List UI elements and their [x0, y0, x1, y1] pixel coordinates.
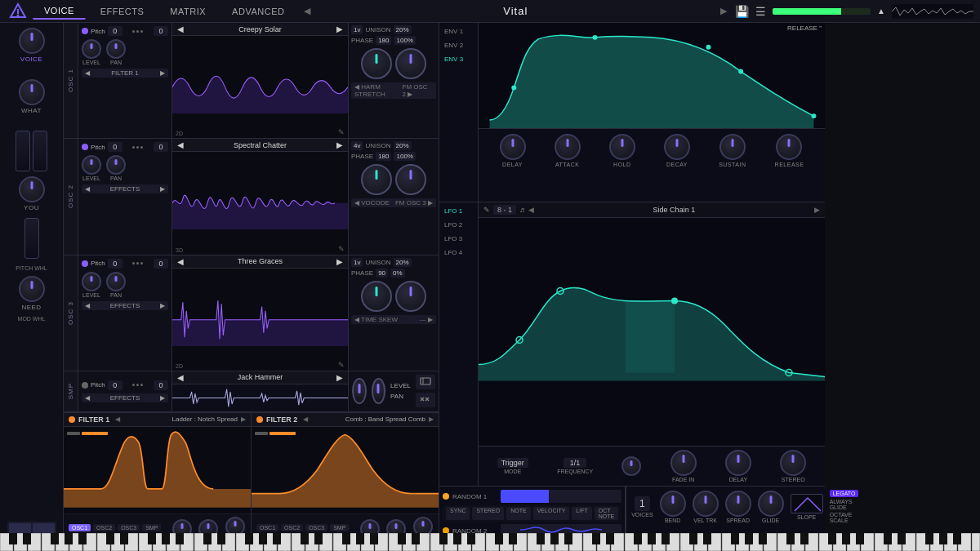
smp-pitch-left[interactable]: 0	[108, 380, 122, 390]
osc1-unison-pct[interactable]: 20%	[394, 25, 412, 34]
lfo-fade-knob[interactable]	[670, 450, 697, 476]
osc1-phase-knob[interactable]	[395, 48, 426, 79]
osc3-filter-bar[interactable]: ◀ EFFECTS ▶	[82, 301, 168, 310]
filter2-src-osc2[interactable]: OSC2	[281, 524, 303, 531]
lfo-pencil-icon[interactable]: ✎	[483, 206, 490, 214]
osc3-phase-pct[interactable]: 0%	[390, 269, 405, 278]
filter1-dot[interactable]	[69, 416, 75, 423]
filter2-dot[interactable]	[256, 416, 263, 423]
smp-shuffle-btn[interactable]	[416, 393, 435, 407]
osc3-unison-val[interactable]: 1v	[351, 258, 363, 267]
glide-knob[interactable]	[758, 491, 784, 517]
macro-you-knob[interactable]	[19, 176, 45, 202]
env-sustain-knob[interactable]	[719, 134, 746, 160]
rand-tab-note[interactable]: NOTE	[506, 507, 530, 520]
osc3-level-knob[interactable]	[82, 272, 101, 291]
osc3-nav-r[interactable]: ▶	[336, 257, 343, 266]
filter2-src-smp[interactable]: SMP	[330, 524, 349, 531]
lfo1-label[interactable]: LFO 1	[441, 206, 476, 216]
piano-keys[interactable]	[0, 533, 980, 551]
osc2-wave-edit[interactable]: ✎	[338, 245, 345, 253]
rand-tab-stereo[interactable]: STEREO	[472, 507, 504, 520]
env3-label[interactable]: ENV 3	[441, 54, 476, 64]
osc1-phase-val[interactable]: 180	[376, 36, 391, 45]
menu-icon[interactable]: ☰	[755, 5, 766, 18]
octave-scale-label[interactable]: OCTAVE SCALE	[830, 512, 859, 523]
osc1-level-knob[interactable]	[82, 39, 101, 59]
osc2-pan-knob[interactable]	[106, 155, 126, 175]
macro-need-knob[interactable]	[19, 276, 45, 302]
osc2-phase-knob[interactable]	[395, 164, 426, 195]
env2-label[interactable]: ENV 2	[441, 40, 476, 51]
filter1-src-osc2[interactable]: OSC2	[93, 524, 115, 531]
env-delay-knob[interactable]	[500, 134, 526, 160]
tab-matrix[interactable]: MATRIX	[158, 4, 217, 19]
osc1-nav-r[interactable]: ▶	[336, 24, 343, 33]
osc2-active-dot[interactable]	[82, 144, 88, 150]
lfo-grid-val[interactable]: 8 - 1	[493, 205, 516, 215]
nav-left-arrow[interactable]: ◀	[299, 6, 315, 16]
filter1-src-osc3[interactable]: OSC3	[118, 524, 140, 531]
rand-tab-lift[interactable]: LIFT	[572, 507, 591, 520]
osc2-unison-pct[interactable]: 20%	[394, 141, 412, 150]
rand-tab-oct[interactable]: OCT NOTE	[595, 507, 618, 520]
lfo-stereo-knob[interactable]	[780, 450, 806, 476]
env-attack-knob[interactable]	[555, 134, 581, 160]
filter1-src-smp[interactable]: SMP	[142, 524, 161, 531]
osc3-nav-l[interactable]: ◀	[177, 257, 184, 266]
spread-knob[interactable]	[725, 491, 751, 517]
smp-loop-btn[interactable]	[416, 375, 435, 389]
smp-pan-knob[interactable]	[372, 378, 386, 404]
osc3-unison-pct[interactable]: 20%	[394, 258, 412, 267]
nav-right-arrow[interactable]: ▶	[715, 6, 732, 16]
lfo-note-knob[interactable]	[621, 456, 641, 476]
rand-tab-velocity[interactable]: VELOCITY	[533, 507, 570, 520]
filter2-src-osc3[interactable]: OSC3	[305, 524, 327, 531]
osc1-nav-l[interactable]: ◀	[177, 24, 184, 33]
env-decay-knob[interactable]	[664, 134, 690, 160]
tab-advanced[interactable]: ADVANCED	[220, 4, 296, 19]
lfo-arrow-r[interactable]: ▶	[814, 206, 820, 214]
osc3-main-knob[interactable]	[361, 281, 392, 312]
veltrk-knob[interactable]	[693, 491, 719, 517]
osc3-phase-val[interactable]: 90	[376, 269, 388, 278]
lfo-delay-knob[interactable]	[725, 450, 751, 476]
osc2-phase-val[interactable]: 180	[376, 152, 391, 161]
osc1-main-knob[interactable]	[361, 48, 392, 79]
lfo-note-icon[interactable]: ♬	[519, 206, 525, 214]
osc2-nav-l[interactable]: ◀	[177, 140, 184, 149]
smp-filter-bar[interactable]: ◀ EFFECTS ▶	[82, 393, 168, 402]
env-release-knob[interactable]	[776, 134, 802, 160]
osc1-pitch-left[interactable]: 0	[108, 26, 122, 36]
rand-tab-sync[interactable]: SYNC	[446, 507, 470, 520]
osc3-sub-l[interactable]: ◀ TIME SKEW	[354, 316, 398, 323]
osc3-pitch-right[interactable]: 0	[154, 259, 168, 269]
lfo3-label[interactable]: LFO 3	[441, 233, 476, 244]
osc1-active-dot[interactable]	[82, 28, 88, 34]
osc1-filter-bar[interactable]: ◀ FILTER 1 ▶	[82, 69, 168, 78]
osc1-sub-r[interactable]: FM OSC 2 ▶	[403, 83, 434, 98]
lfo-freq-val[interactable]: 1/1	[564, 458, 587, 468]
lfo-arrow-l[interactable]: ◀	[528, 206, 534, 214]
osc2-sub-l[interactable]: ◀ VOCODE	[354, 199, 390, 207]
osc2-pitch-left[interactable]: 0	[108, 142, 122, 152]
lfo-mode-val[interactable]: Trigger	[497, 458, 528, 468]
osc1-wave-edit[interactable]: ✎	[338, 128, 345, 136]
always-glide-label[interactable]: ALWAYS GLIDE	[830, 499, 859, 510]
pitch-wheel-left[interactable]	[16, 131, 30, 171]
smp-pitch-right[interactable]: 0	[154, 380, 168, 390]
osc2-phase-pct[interactable]: 100%	[394, 152, 415, 161]
osc3-sub-r[interactable]: --- ▶	[420, 316, 433, 323]
osc3-active-dot[interactable]	[82, 260, 88, 267]
env1-label[interactable]: ENV 1	[441, 26, 476, 37]
osc3-pitch-left[interactable]: 0	[108, 259, 122, 269]
osc1-sub-l[interactable]: ◀ HARM STRETCH	[354, 83, 403, 98]
lfo4-label[interactable]: LFO 4	[441, 247, 476, 258]
tab-effects[interactable]: EFFECTS	[89, 4, 156, 19]
macro-what-knob[interactable]	[19, 79, 45, 105]
env-hold-knob[interactable]	[609, 134, 635, 160]
legato-badge[interactable]: LEGATO	[830, 490, 859, 497]
osc3-pan-knob[interactable]	[106, 272, 126, 291]
osc1-pitch-right[interactable]: 0	[154, 26, 168, 36]
osc2-unison-val[interactable]: 4v	[351, 141, 363, 150]
